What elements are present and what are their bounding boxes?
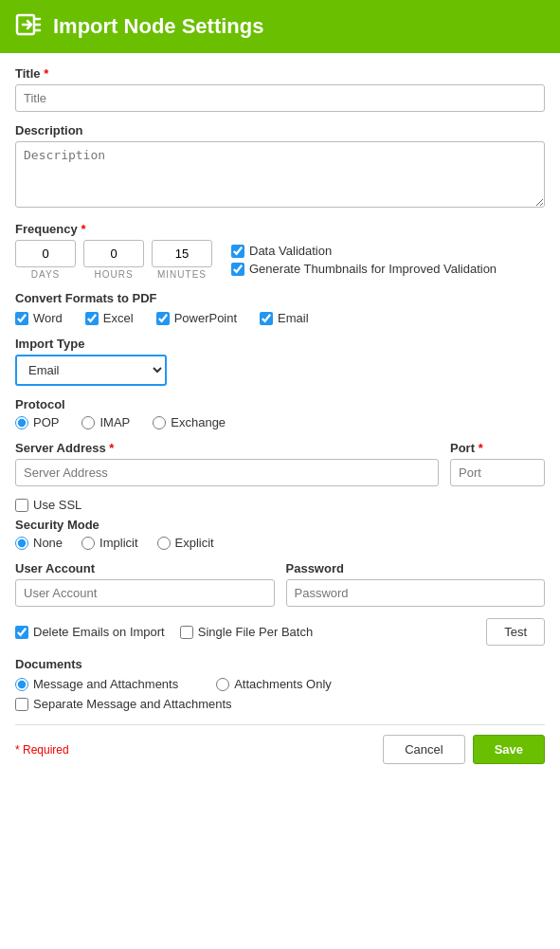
- excel-checkbox-row[interactable]: Excel: [85, 311, 134, 325]
- data-validation-label: Data Validation: [249, 244, 332, 258]
- security-explicit-row[interactable]: Explicit: [157, 536, 214, 550]
- minutes-input[interactable]: [152, 240, 212, 267]
- security-mode-group: Security Mode None Implicit Explicit: [15, 518, 545, 550]
- title-input[interactable]: [15, 84, 545, 112]
- days-label: DAYS: [31, 269, 61, 280]
- single-file-checkbox-row[interactable]: Single File Per Batch: [180, 625, 313, 639]
- server-port-row: Server Address * Port *: [15, 441, 545, 486]
- email-format-label: Email: [278, 311, 309, 325]
- protocol-imap-radio[interactable]: [81, 416, 95, 429]
- message-attachments-row[interactable]: Message and Attachments: [15, 677, 178, 691]
- hours-field: HOURS: [83, 240, 144, 280]
- import-icon: [15, 11, 42, 42]
- protocol-imap-label: IMAP: [99, 415, 130, 429]
- protocol-imap-row[interactable]: IMAP: [81, 415, 130, 429]
- use-ssl-checkbox-row[interactable]: Use SSL: [15, 498, 81, 512]
- security-implicit-radio[interactable]: [81, 537, 95, 550]
- user-account-field: User Account: [15, 561, 275, 607]
- user-pass-group: User Account Password: [15, 561, 545, 607]
- password-label: Password: [286, 561, 546, 575]
- security-mode-radio-group: None Implicit Explicit: [15, 536, 545, 550]
- server-port-group: Server Address * Port *: [15, 441, 545, 486]
- test-button[interactable]: Test: [486, 618, 545, 646]
- protocol-label: Protocol: [15, 397, 545, 411]
- delete-emails-checkbox[interactable]: [15, 626, 28, 639]
- data-validation-checkbox-row[interactable]: Data Validation: [231, 244, 497, 258]
- message-attachments-label: Message and Attachments: [33, 677, 178, 691]
- use-ssl-checkbox[interactable]: [15, 499, 28, 512]
- server-address-field: Server Address *: [15, 441, 439, 486]
- user-account-input[interactable]: [15, 579, 275, 607]
- separate-checkbox-row[interactable]: Separate Message and Attachments: [15, 697, 545, 711]
- word-checkbox-row[interactable]: Word: [15, 311, 63, 325]
- single-file-checkbox[interactable]: [180, 626, 193, 639]
- delete-emails-label: Delete Emails on Import: [33, 625, 165, 639]
- server-address-input[interactable]: [15, 459, 439, 486]
- cancel-button[interactable]: Cancel: [383, 735, 464, 764]
- security-explicit-radio[interactable]: [157, 537, 171, 550]
- frequency-label: Frequency *: [15, 222, 545, 236]
- use-ssl-row: Use SSL: [15, 498, 545, 512]
- port-input[interactable]: [450, 459, 545, 486]
- footer-buttons: Cancel Save: [383, 735, 545, 764]
- frequency-row: DAYS HOURS MINUTES Data Validation Gener…: [15, 240, 545, 280]
- protocol-exchange-label: Exchange: [171, 415, 226, 429]
- excel-checkbox[interactable]: [85, 312, 99, 325]
- protocol-radio-group: POP IMAP Exchange: [15, 415, 545, 429]
- thumbnails-checkbox[interactable]: [231, 263, 244, 276]
- security-implicit-row[interactable]: Implicit: [81, 536, 137, 550]
- title-field-group: Title *: [15, 66, 545, 112]
- protocol-exchange-radio[interactable]: [153, 416, 166, 429]
- footer-row: * Required Cancel Save: [15, 735, 545, 774]
- security-mode-label: Security Mode: [15, 518, 545, 532]
- import-type-group: Import Type Email FTP SFTP Folder: [15, 337, 545, 386]
- user-pass-row: User Account Password: [15, 561, 545, 607]
- protocol-pop-row[interactable]: POP: [15, 415, 59, 429]
- protocol-pop-radio[interactable]: [15, 416, 28, 429]
- days-input[interactable]: [15, 240, 76, 267]
- hours-input[interactable]: [83, 240, 144, 267]
- days-field: DAYS: [15, 240, 76, 280]
- frequency-field-group: Frequency * DAYS HOURS MINUTES Data Vali…: [15, 222, 545, 280]
- convert-formats-group: Convert Formats to PDF Word Excel PowerP…: [15, 291, 545, 325]
- attachments-only-row[interactable]: Attachments Only: [216, 677, 332, 691]
- server-address-label: Server Address *: [15, 441, 439, 455]
- message-attachments-radio[interactable]: [15, 678, 28, 691]
- security-explicit-label: Explicit: [175, 536, 214, 550]
- user-account-label: User Account: [15, 561, 275, 575]
- word-label: Word: [33, 311, 63, 325]
- security-none-row[interactable]: None: [15, 536, 63, 550]
- protocol-exchange-row[interactable]: Exchange: [153, 415, 226, 429]
- protocol-pop-label: POP: [33, 415, 59, 429]
- single-file-label: Single File Per Batch: [198, 625, 313, 639]
- thumbnails-checkbox-row[interactable]: Generate Thumbnails for Improved Validat…: [231, 262, 497, 276]
- delete-emails-checkbox-row[interactable]: Delete Emails on Import: [15, 625, 165, 639]
- security-none-radio[interactable]: [15, 537, 28, 550]
- separate-label: Separate Message and Attachments: [33, 697, 232, 711]
- save-button[interactable]: Save: [473, 735, 545, 764]
- security-implicit-label: Implicit: [99, 536, 137, 550]
- powerpoint-checkbox-row[interactable]: PowerPoint: [156, 311, 237, 325]
- footer-divider: [15, 724, 545, 725]
- attachments-only-radio[interactable]: [216, 678, 229, 691]
- description-label: Description: [15, 123, 545, 137]
- powerpoint-checkbox[interactable]: [156, 312, 170, 325]
- documents-group: Documents Message and Attachments Attach…: [15, 657, 545, 711]
- data-validation-checkbox[interactable]: [231, 245, 244, 258]
- password-field: Password: [286, 561, 546, 607]
- import-type-select[interactable]: Email FTP SFTP Folder: [15, 355, 167, 386]
- page-header: Import Node Settings: [0, 0, 560, 53]
- security-none-label: None: [33, 536, 63, 550]
- thumbnails-label: Generate Thumbnails for Improved Validat…: [249, 262, 497, 276]
- documents-label: Documents: [15, 657, 545, 671]
- email-format-checkbox[interactable]: [260, 312, 273, 325]
- word-checkbox[interactable]: [15, 312, 28, 325]
- description-field-group: Description: [15, 123, 545, 210]
- use-ssl-label: Use SSL: [33, 498, 81, 512]
- minutes-field: MINUTES: [152, 240, 212, 280]
- password-input[interactable]: [286, 579, 546, 607]
- description-input[interactable]: [15, 141, 545, 208]
- separate-checkbox[interactable]: [15, 698, 28, 711]
- email-format-checkbox-row[interactable]: Email: [260, 311, 309, 325]
- documents-radio-group: Message and Attachments Attachments Only: [15, 677, 545, 691]
